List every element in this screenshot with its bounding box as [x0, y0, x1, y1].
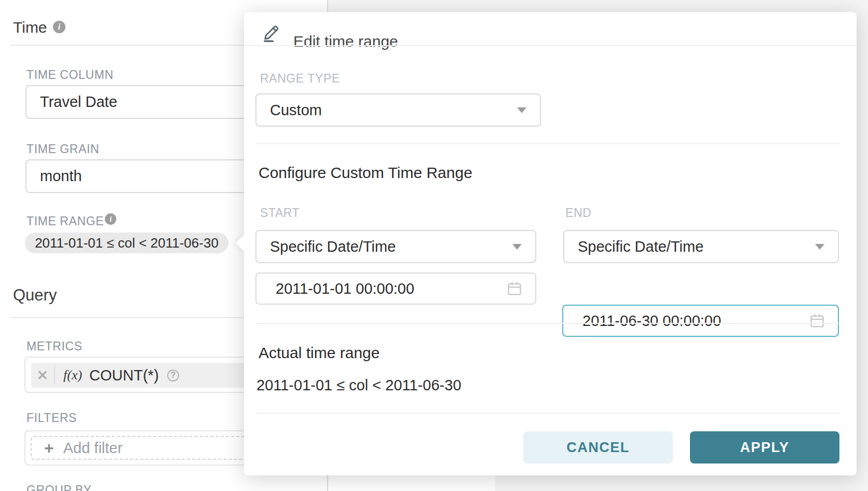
range-type-value: Custom: [256, 102, 322, 119]
start-date-input[interactable]: 2011-01-01 00:00:00: [255, 272, 536, 305]
time-info-icon[interactable]: i: [53, 21, 65, 33]
modal-title: Edit time range: [293, 33, 398, 50]
function-icon: f(x): [63, 367, 82, 383]
end-date-input[interactable]: 2011-06-30 00:00:00: [562, 305, 839, 337]
actual-time-range-heading: Actual time range: [259, 344, 379, 362]
modal-divider: [256, 323, 840, 324]
cancel-button[interactable]: CANCEL: [523, 431, 673, 463]
chip-separator: [54, 366, 55, 384]
metric-help-icon[interactable]: ?: [167, 370, 179, 381]
metrics-label: METRICS: [26, 339, 83, 353]
start-mode-value: Specific Date/Time: [256, 238, 396, 255]
time-grain-value: month: [26, 168, 82, 185]
chevron-down-icon: [512, 244, 522, 250]
plus-icon: +: [44, 440, 54, 456]
start-mode-select[interactable]: Specific Date/Time: [255, 230, 536, 263]
time-column-value: Travel Date: [26, 93, 117, 111]
range-type-select[interactable]: Custom: [255, 93, 541, 127]
edit-time-range-modal: Edit time range RANGE TYPE Custom Config…: [244, 12, 857, 475]
query-section-title: Query: [13, 286, 57, 305]
calendar-icon[interactable]: [506, 280, 523, 297]
chevron-down-icon: [517, 107, 526, 113]
apply-button[interactable]: APPLY: [690, 431, 839, 463]
remove-metric-icon[interactable]: ✕: [31, 363, 54, 388]
filters-label: FILTERS: [26, 411, 77, 425]
configure-heading: Configure Custom Time Range: [259, 164, 472, 182]
edit-pencil-icon: [262, 20, 283, 42]
end-mode-value: Specific Date/Time: [564, 238, 703, 255]
time-range-pill[interactable]: 2011-01-01 ≤ col < 2011-06-30: [25, 233, 228, 253]
time-section-title: Time: [13, 19, 47, 36]
modal-footer-divider: [256, 413, 840, 414]
metric-name: COUNT(*): [89, 367, 159, 384]
time-grain-label: TIME GRAIN: [26, 142, 99, 156]
range-type-label: RANGE TYPE: [260, 72, 340, 86]
end-mode-select[interactable]: Specific Date/Time: [563, 230, 839, 263]
end-label: END: [565, 206, 591, 220]
time-range-label: TIME RANGE: [26, 214, 104, 228]
add-filter-label: Add filter: [63, 440, 123, 457]
modal-divider: [256, 143, 840, 144]
start-date-value: 2011-01-01 00:00:00: [256, 280, 414, 297]
group-by-label: GROUP BY: [26, 483, 92, 491]
actual-time-range-value: 2011-01-01 ≤ col < 2011-06-30: [256, 377, 462, 394]
time-range-info-icon[interactable]: i: [105, 213, 116, 225]
modal-header-divider: [244, 45, 857, 46]
time-column-label: TIME COLUMN: [26, 68, 114, 82]
end-date-value: 2011-06-30 00:00:00: [563, 312, 721, 330]
panel-background-patch: [328, 475, 495, 491]
calendar-icon[interactable]: [809, 312, 825, 329]
start-label: START: [260, 206, 300, 220]
chevron-down-icon: [815, 244, 824, 250]
